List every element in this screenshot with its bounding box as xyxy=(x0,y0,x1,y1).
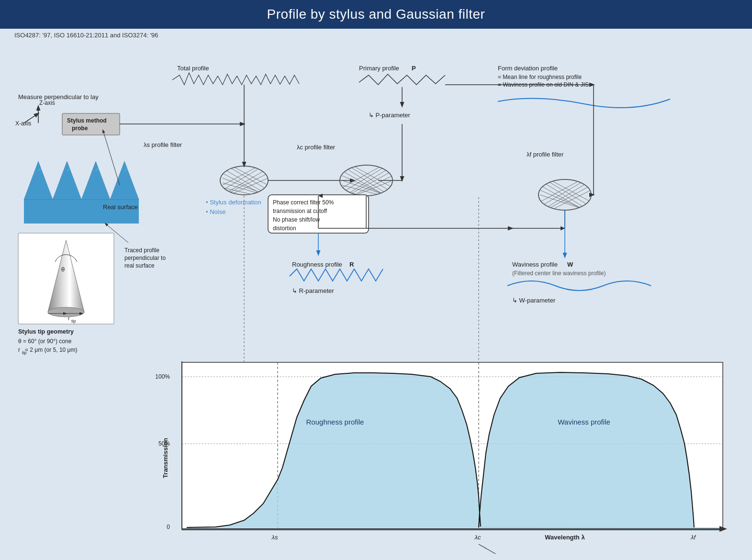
x-axis-label: X-axis xyxy=(15,120,31,127)
measure-label: Measure perpendicular to lay xyxy=(18,93,99,101)
real-surface-label: Real surface xyxy=(103,203,138,211)
waviness-label: Waviness profile xyxy=(512,261,558,268)
tip-geom-line1: θ = 60° (or 90°) cone xyxy=(18,338,72,345)
rtip-sub: tip xyxy=(71,319,76,324)
stylus-def-bullet: • Stylus deformation xyxy=(206,199,261,206)
phase-filter-text3: No phase shift/low xyxy=(273,216,320,223)
waviness-sub: (Filtered center line waviness profile) xyxy=(512,270,606,277)
lc-filter-label: λc profile filter xyxy=(297,144,336,151)
traced-label1: Traced profile xyxy=(124,247,159,254)
lc-label: λc xyxy=(474,534,481,541)
stylus-probe-label2: probe xyxy=(72,125,88,132)
noise-bullet: • Noise xyxy=(206,208,225,215)
phase-filter-text2: transmission at cutoff xyxy=(273,208,327,214)
total-profile-label: Total profile xyxy=(177,65,209,72)
tip-geom-line2: r xyxy=(18,347,20,353)
svg-point-70 xyxy=(48,307,84,317)
traced-label3: real surface xyxy=(124,262,155,269)
w-param: ↳ W-parameter xyxy=(512,297,556,304)
page-wrapper: Profile by stylus and Gaussian filter IS… xyxy=(0,0,752,560)
roughness-label: Roughness profile xyxy=(292,261,342,268)
y-0-label: 0 xyxy=(167,524,170,530)
stylus-probe-label1: Stylus method xyxy=(67,117,107,124)
page-title: Profile by stylus and Gaussian filter xyxy=(267,7,485,22)
roughness-R: R xyxy=(349,261,354,268)
form-dev-label2: = Mean line for roughness profile xyxy=(498,74,582,80)
y-50-label: 50% xyxy=(158,440,170,447)
tip-geom-title: Stylus tip geometry xyxy=(18,328,74,335)
waviness-W: W xyxy=(567,261,573,268)
main-diagram: Measure perpendicular to lay X-axis Z-ax… xyxy=(10,46,742,554)
form-dev-label1: Form deviation profile xyxy=(498,65,558,72)
theta-symbol: θ xyxy=(61,266,65,273)
rtip-label: r xyxy=(68,315,70,321)
phase-filter-text1: Phase correct filter 50% xyxy=(273,199,334,206)
primary-profile-label: Primary profile xyxy=(359,65,399,72)
ls-label: λs xyxy=(271,534,278,541)
chart-waviness-label: Waviness profile xyxy=(558,418,610,426)
lf-filter-label: λf profile filter xyxy=(527,151,564,158)
ls-filter-label: λs profile filter xyxy=(144,141,182,148)
main-content: Measure perpendicular to lay X-axis Z-ax… xyxy=(0,42,752,560)
y-100-label: 100% xyxy=(155,373,170,380)
page-header: Profile by stylus and Gaussian filter xyxy=(0,0,752,29)
r-param: ↳ R-parameter xyxy=(292,287,334,294)
stylus-probe-box xyxy=(62,113,120,135)
chart-roughness-label: Roughness profile xyxy=(306,418,364,426)
traced-label2: perpendicular to xyxy=(124,255,166,261)
subtitle: ISO4287: '97, ISO 16610-21:2011 and ISO3… xyxy=(0,29,752,42)
lf-label: λf xyxy=(690,534,696,541)
form-dev-label3: = Waviness profile on old DIN & JIS xyxy=(498,81,589,88)
phase-filter-text4: distortion xyxy=(273,225,296,232)
wavelength-label: Wavelength λ xyxy=(545,534,585,541)
primary-profile-P: P xyxy=(412,65,416,72)
tip-geom-line2b: = 2 μm (or 5, 10 μm) xyxy=(25,347,78,353)
z-axis-label: Z-axis xyxy=(39,100,55,106)
p-param: ↳ P-parameter xyxy=(369,112,411,119)
